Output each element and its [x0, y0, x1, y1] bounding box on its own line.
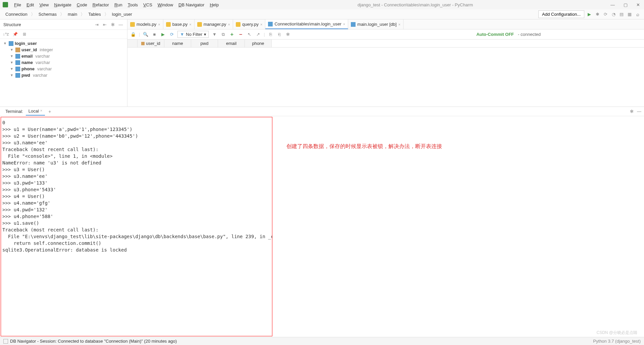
layout-icon[interactable]: ▤ — [619, 11, 625, 17]
expand-icon[interactable]: ⇤ — [102, 21, 108, 27]
menu-file[interactable]: File — [11, 1, 24, 8]
maximize-icon[interactable]: ▢ — [622, 2, 629, 7]
close-icon[interactable]: ✕ — [635, 2, 641, 7]
key-icon — [141, 42, 145, 45]
debug-icon[interactable]: ✱ — [594, 11, 600, 17]
tree-root[interactable]: ▼ login_user — [2, 40, 125, 47]
breadcrumb-item[interactable]: Connection — [3, 11, 30, 17]
tree-column-email[interactable]: ▼emailvarchar — [2, 53, 125, 59]
column-icon — [15, 60, 20, 65]
collapse-icon[interactable]: ⇥ — [94, 21, 100, 27]
tree-column-name[interactable]: ▼namevarchar — [2, 59, 125, 66]
add-row-icon[interactable]: + — [229, 31, 235, 38]
menu-help[interactable]: Help — [207, 1, 221, 8]
key-icon — [15, 48, 20, 52]
delete-row-icon[interactable]: − — [237, 31, 244, 38]
profile-icon[interactable]: ◔ — [610, 11, 616, 17]
minimize-icon[interactable]: — — [609, 2, 616, 7]
up-icon[interactable]: ↖ — [246, 31, 252, 38]
menu-run[interactable]: Run — [112, 1, 125, 8]
sort-icon[interactable]: ↓ᴬᴢ — [3, 31, 9, 37]
menu-navigate[interactable]: Navigate — [51, 1, 74, 8]
row-number-header — [127, 40, 138, 47]
menu-view[interactable]: View — [37, 1, 51, 8]
editor-tab[interactable]: base.py× — [163, 19, 195, 29]
tree-column-user_id[interactable]: ▼user_idinteger — [2, 47, 125, 53]
tree-icon[interactable]: ⊞ — [21, 31, 28, 37]
status-icon[interactable] — [3, 339, 8, 344]
export-icon[interactable]: ⎗ — [276, 31, 282, 38]
column-header-user_id[interactable]: user_id — [138, 40, 164, 47]
terminal-label: Terminal: — [3, 109, 26, 114]
filter-clear-icon[interactable]: ▼ — [211, 31, 217, 38]
run-icon[interactable]: ▶ — [586, 11, 592, 17]
menu-window[interactable]: Window — [155, 1, 176, 8]
annotation-text: 创建了四条数据，保存的时候显示表被锁，解决办法，断开表连接 — [273, 116, 644, 337]
status-message: DB Navigator - Session: Connected to dat… — [10, 339, 177, 344]
close-icon[interactable]: × — [343, 22, 345, 26]
down-icon[interactable]: ↗ — [255, 31, 261, 38]
search-icon[interactable]: ⌕ — [635, 11, 641, 17]
close-icon[interactable]: × — [158, 22, 160, 26]
column-header-pwd[interactable]: pwd — [191, 40, 218, 47]
editor-tab[interactable]: query.py× — [233, 19, 265, 29]
menu-vcs[interactable]: VCS — [141, 1, 155, 8]
editor-tab[interactable]: main.login_user [db]× — [348, 19, 404, 29]
file-icon — [236, 22, 240, 27]
hide-icon[interactable]: — — [118, 21, 124, 27]
lock-icon[interactable]: 🔒 — [130, 31, 136, 38]
python-interpreter[interactable]: Python 3.7 (django_test) — [593, 339, 641, 344]
column-header-name[interactable]: name — [164, 40, 191, 47]
editor-tab[interactable]: models.py× — [127, 19, 163, 29]
column-header-phone[interactable]: phone — [245, 40, 272, 47]
terminal-output[interactable]: 0 >>> u1 = User(name='a',pwd='1',phone='… — [1, 117, 272, 336]
watermark: CSDN @分晓必是点睛 — [596, 330, 637, 336]
column-header-email[interactable]: email — [218, 40, 245, 47]
coverage-icon[interactable]: ⟳ — [602, 11, 608, 17]
breadcrumb-item[interactable]: main — [66, 11, 79, 17]
window-title: django_test - Connection\tables\main.log… — [222, 2, 608, 7]
add-terminal-button[interactable]: + — [45, 109, 54, 114]
tree-column-pwd[interactable]: ▼pwdvarchar — [2, 72, 125, 78]
breadcrumb-item[interactable]: Schemas — [37, 11, 59, 17]
copy-icon[interactable]: ⧉ — [220, 31, 226, 38]
stop-icon[interactable]: ■ — [151, 31, 157, 38]
column-icon — [15, 54, 20, 59]
file-icon — [351, 22, 356, 27]
add-configuration-button[interactable]: Add Configuration... — [538, 10, 584, 18]
close-icon[interactable]: × — [40, 109, 42, 114]
chevron-right-icon: ▼ — [10, 61, 14, 64]
close-icon[interactable]: × — [398, 22, 400, 26]
menu-edit[interactable]: Edit — [24, 1, 37, 8]
menu-refactor[interactable]: Refactor — [90, 1, 112, 8]
refresh-icon[interactable]: ⟳ — [169, 31, 175, 38]
app-icon — [3, 2, 8, 7]
close-icon[interactable]: × — [189, 22, 191, 26]
zoom-icon[interactable]: 🔍 — [143, 31, 149, 38]
close-icon[interactable]: × — [228, 22, 230, 26]
close-icon[interactable]: × — [260, 22, 262, 26]
menu-db-navigator[interactable]: DB Navigator — [176, 1, 207, 8]
chevron-down-icon: ▼ — [3, 42, 7, 45]
editor-tab[interactable]: manager.py× — [195, 19, 233, 29]
structure-tree: ▼ login_user ▼user_idinteger▼emailvarcha… — [0, 39, 127, 80]
breadcrumb-item[interactable]: Tables — [86, 11, 103, 17]
menu-tools[interactable]: Tools — [125, 1, 141, 8]
tree-column-phone[interactable]: ▼phonevarchar — [2, 66, 125, 72]
gear-icon[interactable]: ✻ — [630, 109, 634, 114]
editor-tab[interactable]: Connection\tables\main.login_user× — [265, 19, 348, 29]
db-table-header: user_idnamepwdemailphone — [127, 40, 644, 48]
settings-icon[interactable]: ✻ — [285, 31, 291, 38]
gear-icon[interactable]: ✻ — [110, 21, 116, 27]
connection-status: - connected — [518, 32, 541, 37]
more-icon[interactable]: ▦ — [627, 11, 633, 17]
hide-icon[interactable]: — — [637, 109, 641, 114]
breadcrumb-item[interactable]: login_user — [110, 11, 134, 17]
menu-code[interactable]: Code — [74, 1, 90, 8]
import-icon[interactable]: ⎘ — [268, 31, 274, 38]
pin-icon[interactable]: 📌 — [12, 31, 18, 37]
terminal-tab-local[interactable]: Local × — [26, 107, 45, 116]
play-icon[interactable]: ▶ — [160, 31, 166, 38]
window-controls: — ▢ ✕ — [609, 2, 641, 7]
filter-dropdown[interactable]: ▼ No Filter ▾ — [177, 31, 209, 38]
